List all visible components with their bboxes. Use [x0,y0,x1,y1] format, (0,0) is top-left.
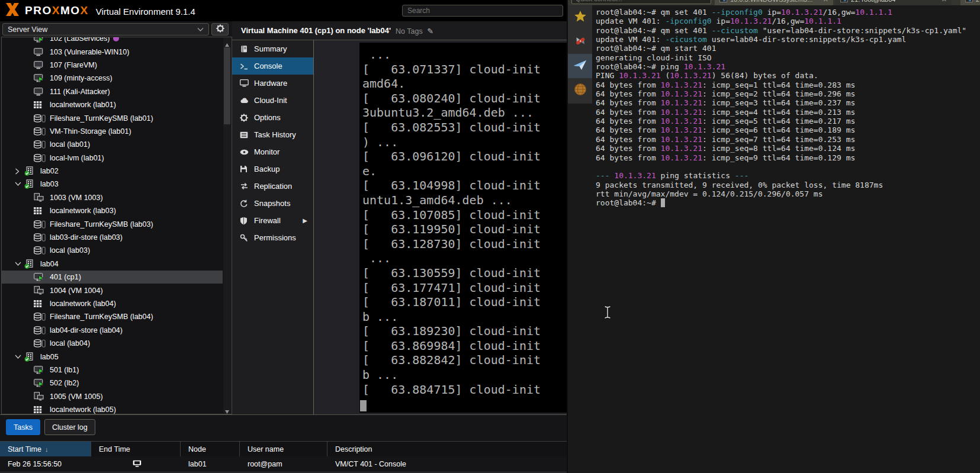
search-input[interactable] [402,5,563,17]
tree-item-501-lb1[interactable]: 501 (lb1) [2,363,223,377]
tree-item-401-cp1[interactable]: 401 (cp1) [2,271,223,284]
chevron-down-icon [197,25,204,34]
terminal-tab-1[interactable]: 10.0.3:WINDOWSsystem3...✕ [715,0,833,5]
tree-item-label: Fileshare_TurnKeySMB (lab04) [50,313,153,321]
column-header-end-time[interactable]: End Time [91,442,181,457]
tree-item-local-lab04[interactable]: local (lab04) [2,337,223,350]
column-label: Node [188,445,206,453]
book-icon [240,45,254,53]
tree-item-111-kali-attacker[interactable]: 111 (Kali-Attacker) [2,85,223,98]
sidebar-web-button[interactable] [568,78,592,102]
tab-monitor[interactable]: Monitor [232,143,313,160]
panel-tab-tasks[interactable]: Tasks [6,419,40,435]
sidebar-star-button[interactable] [568,5,592,30]
tree-item-1004-vm-1004[interactable]: 1004 (VM 1004) [2,284,223,297]
tab-task-history[interactable]: Task History [232,126,313,143]
column-header-node[interactable]: Node [181,442,240,457]
tree-item-label: 107 (FlareVM) [50,61,97,69]
terminal-sidebar [568,5,593,104]
tree-item-vm-thin-storage-lab01[interactable]: VM-Thin-Storage (lab01) [2,125,223,138]
nav-label: Permissions [254,233,296,242]
scroll-down-icon[interactable] [224,406,230,411]
tree-item-fileshare-turnkeysmb-lab04[interactable]: Fileshare_TurnKeySMB (lab04) [2,310,223,323]
tree-item-localnetwork-lab01[interactable]: localnetwork (lab01) [2,98,223,111]
terminal-tab-3[interactable]: 2 [960,0,980,5]
vm-icon [34,88,47,96]
nav-label: Task History [254,130,296,139]
tree-item-label: 111 (Kali-Attacker) [50,88,110,96]
column-header-start-time[interactable]: Start Time↓ [0,442,91,457]
tasks-panel-tabs: TasksCluster log [6,419,95,435]
proxmox-wordmark-part: MO [60,4,81,17]
sidebar-sessions-button[interactable] [568,54,592,78]
tags-area[interactable]: No Tags ✎ [396,27,433,36]
tab-cloud-init[interactable]: Cloud-Init [232,92,313,109]
tree-item-local-lab01[interactable]: local (lab01) [2,138,223,151]
chevron-right-icon[interactable] [15,168,24,175]
scroll-up-icon[interactable] [224,40,230,45]
terminal-tab-2[interactable]: 21. root@lab04✕ [836,0,952,5]
tree-item-103-vulnerable-win10[interactable]: 103 (Vulnerable-WIN10) [2,45,223,58]
tasks-panel: TasksCluster log Start Time↓End TimeNode… [0,414,567,473]
nav-label: Hardware [254,79,287,88]
vm-icon [34,61,47,69]
tree-item-lab04-dir-store-lab04[interactable]: lab04-dir-store (lab04) [2,324,223,337]
tab-console[interactable]: Console [232,57,313,75]
quick-connect-input[interactable] [571,0,711,4]
tree-item-fileshare-turnkeysmb-lab03[interactable]: Fileshare_TurnKeySMB (lab03) [2,217,223,230]
tree-item-lab05[interactable]: lab05 [2,350,223,363]
tree-item-localnetwork-lab04[interactable]: localnetwork (lab04) [2,297,223,310]
close-tab-icon[interactable]: ✕ [942,0,947,4]
tab-replication[interactable]: Replication [232,178,313,195]
tree-item-lab03[interactable]: lab03 [2,178,223,191]
tree-scrollbar-thumb[interactable] [224,47,230,124]
view-selector-combobox[interactable]: Server View [2,23,209,36]
tree-settings-button[interactable] [211,23,229,36]
tab-backup[interactable]: Backup [232,160,313,178]
tree-scrollbar[interactable] [223,38,231,413]
screen: PROXMOX Virtual Environment 9.1.4 Server… [0,0,980,473]
tree-item-fileshare-turnkeysmb-lab01[interactable]: Fileshare_TurnKeySMB (lab01) [2,111,223,124]
tree-item-localnetwork-lab03[interactable]: localnetwork (lab03) [2,204,223,217]
panel-tab-cluster-log[interactable]: Cluster log [44,419,95,435]
tree-item-lab02[interactable]: lab02 [2,165,223,178]
network-icon [34,406,47,414]
tab-snapshots[interactable]: Snapshots [232,195,313,212]
column-header-user-name[interactable]: User name [240,442,327,457]
tab-summary[interactable]: Summary [232,40,313,57]
tools-icon [573,34,587,50]
tree-item-1005-vm-1005[interactable]: 1005 (VM 1005) [2,390,223,403]
sidebar-tools-button[interactable] [568,30,592,54]
storage-icon [34,313,47,321]
tab-hardware[interactable]: Hardware [232,75,313,92]
chevron-down-icon[interactable] [15,262,24,266]
tree-item-109-minty-access[interactable]: 109 (minty-access) [2,72,223,85]
chevron-down-icon[interactable] [15,355,24,359]
chevron-down-icon[interactable] [15,182,24,186]
close-tab-icon[interactable]: ✕ [823,0,828,4]
tree-item-lab03-dir-store-lab03[interactable]: lab03-dir-store (lab03) [2,231,223,244]
submenu-caret-icon: ▶ [303,217,307,224]
tree-item-1003-vm-1003[interactable]: 1003 (VM 1003) [2,191,223,204]
tree-item-localnetwork-lab05[interactable]: localnetwork (lab05) [2,403,223,414]
tree-item-local-lvm-lab01[interactable]: local-lvm (lab01) [2,152,223,165]
terminal-tab-icon [965,0,973,4]
tree-item-102-labservices[interactable]: 102 (LabServices) [2,37,223,45]
star-icon [574,10,587,25]
resource-tree-toolbar: Server View [0,21,232,37]
tree-item-local-lab03[interactable]: local (lab03) [2,244,223,257]
terminal-session[interactable]: root@lab04:~# qm set 401 --ipconfig0 ip=… [592,5,980,473]
tree-item-lab04[interactable]: lab04 [2,258,223,271]
tab-permissions[interactable]: Permissions [232,229,313,246]
storage-icon [34,339,47,347]
column-header-description[interactable]: Description [327,442,567,457]
tab-firewall[interactable]: Firewall▶ [232,212,313,229]
nav-label: Snapshots [254,199,290,208]
tree-item-label: 1003 (VM 1003) [50,194,103,202]
vnc-console[interactable]: ... [ 63.071337] cloud-init amd64. [ 63.… [359,43,567,413]
task-table-row[interactable]: Feb 26 15:56:50lab01root@pamVM/CT 401 - … [0,456,567,472]
tree-item-502-lb2[interactable]: 502 (lb2) [2,377,223,390]
edit-tags-pencil-icon[interactable]: ✎ [427,27,433,36]
tab-options[interactable]: Options [232,109,313,126]
tree-item-107-flarevm[interactable]: 107 (FlareVM) [2,59,223,72]
